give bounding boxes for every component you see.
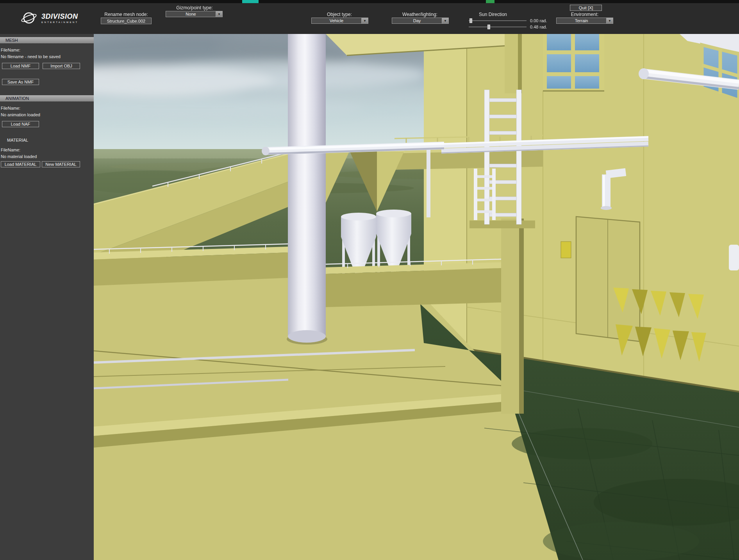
chevron-down-icon[interactable]: ▼: [216, 11, 223, 17]
sun-direction-label: Sun Direction: [479, 12, 507, 17]
animation-section-header: ANIMATION: [0, 95, 94, 101]
slider-track: [469, 27, 527, 27]
material-section-header: MATERIAL: [7, 138, 28, 142]
animation-filename-label: FileName:: [1, 106, 20, 110]
background-window-strip: [0, 0, 739, 3]
sun-direction-slider-1[interactable]: [469, 18, 527, 23]
environment-value: Terrain: [556, 18, 607, 24]
material-filename-value: No material loaded: [1, 154, 37, 159]
sun-direction-slider-2[interactable]: [469, 25, 527, 29]
animation-filename-value: No animation loaded: [1, 112, 40, 117]
save-as-nmf-button[interactable]: Save As NMF: [2, 79, 39, 85]
chevron-down-icon[interactable]: ▼: [607, 18, 613, 24]
sun-direction-value-2: 0.48 rad.: [530, 25, 547, 29]
object-type-value: Vehicle: [311, 18, 362, 24]
app-logo: 3DIVISION ENTERTAINMENT: [20, 6, 87, 30]
background-window-fragment: [242, 0, 259, 3]
yellow-vent: [561, 242, 571, 258]
column-cylinder: [287, 34, 327, 345]
sun-direction-value-1: 0.00 rad.: [530, 18, 547, 23]
mesh-filename-value: No filename - need to be saved: [1, 54, 61, 59]
new-material-button[interactable]: New MATERIAL: [42, 161, 80, 167]
logo-title: 3DIVISION: [41, 13, 79, 20]
load-naf-button[interactable]: Load NAF: [2, 121, 39, 127]
sidebar: MESH FileName: No filename - need to be …: [0, 34, 94, 560]
weather-lighting-dropdown[interactable]: Day ▼: [392, 18, 449, 24]
slider-handle[interactable]: [487, 25, 490, 29]
environment-dropdown[interactable]: Terrain ▼: [556, 18, 613, 24]
logo-subtitle: ENTERTAINMENT: [41, 21, 79, 23]
chevron-down-icon[interactable]: ▼: [442, 18, 449, 24]
viewport-scene: [94, 34, 739, 560]
slider-track: [469, 20, 527, 21]
import-obj-button[interactable]: Import OBJ: [43, 63, 80, 69]
rename-mesh-node-label: Rename mesh node:: [104, 12, 148, 17]
mesh-section-header: MESH: [0, 37, 94, 43]
window-glass: [543, 34, 604, 91]
weather-lighting-label: Weather/lighting:: [402, 12, 437, 17]
topbar: 3DIVISION ENTERTAINMENT Rename mesh node…: [0, 0, 739, 34]
object-type-label: Object type:: [327, 12, 352, 17]
gizmo-type-dropdown[interactable]: None ▼: [166, 11, 223, 17]
chevron-down-icon[interactable]: ▼: [362, 18, 368, 24]
mesh-filename-label: FileName:: [1, 48, 20, 52]
door: [576, 217, 640, 341]
pillar: [501, 219, 524, 414]
quit-button[interactable]: Quit [X]: [570, 5, 602, 11]
white-pipe-fragment: [729, 245, 739, 270]
environment-label: Environment:: [571, 12, 599, 17]
gizmo-type-value: None: [166, 11, 216, 17]
slider-handle[interactable]: [469, 18, 472, 23]
object-type-dropdown[interactable]: Vehicle ▼: [311, 18, 368, 24]
logo-icon: [20, 9, 38, 27]
viewport-3d[interactable]: [94, 34, 739, 560]
building-right-wall: [424, 34, 739, 392]
weather-lighting-value: Day: [392, 18, 442, 24]
rename-mesh-node-input[interactable]: [101, 18, 152, 24]
load-material-button[interactable]: Load MATERIAL: [1, 161, 40, 167]
material-filename-label: FileName:: [1, 148, 20, 152]
load-nmf-button[interactable]: Load NMF: [2, 63, 39, 69]
background-window-fragment: [486, 0, 494, 3]
gizmo-type-label: Gizmo/point type:: [176, 5, 212, 11]
